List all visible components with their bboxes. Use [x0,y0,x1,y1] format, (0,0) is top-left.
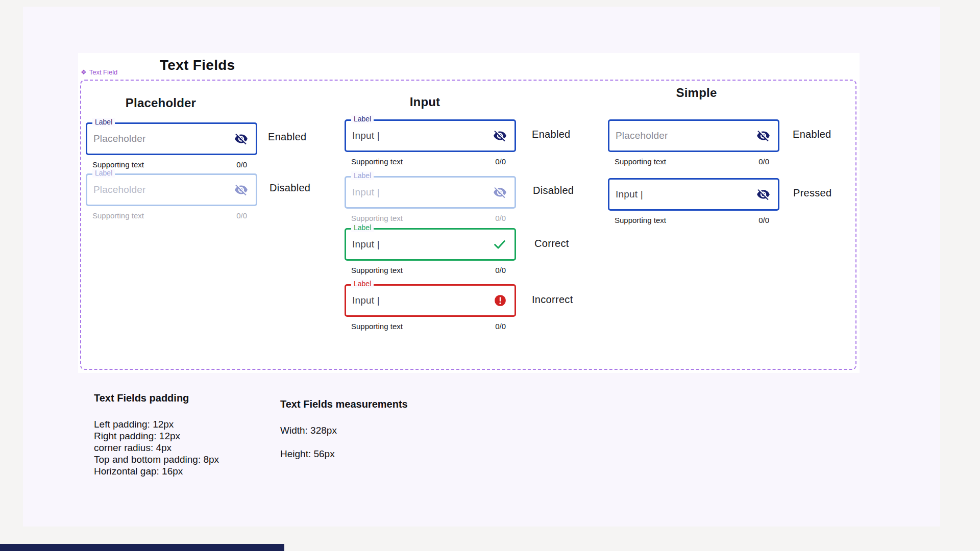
supporting-text: Supporting text [615,216,666,224]
padding-note-line: Right padding: 12px [94,430,219,442]
column-header-simple: Simple [649,86,744,100]
page-title: Text Fields [160,57,235,73]
field-value: Input | [346,295,380,306]
text-field-box[interactable]: Placeholder [608,119,779,152]
field-label: Label [351,223,374,232]
char-counter: 0/0 [495,266,506,274]
text-field-box: Label Placeholder [86,173,257,206]
field-value: Placeholder [87,184,146,195]
bottom-window-edge [0,544,284,551]
padding-notes-heading: Text Fields padding [94,392,189,404]
text-field-input-disabled[interactable]: Label Input | Supporting text 0/0 [345,176,516,222]
char-counter: 0/0 [758,216,769,224]
component-set-tag[interactable]: ❖ Text Field [81,68,117,76]
char-counter: 0/0 [236,160,247,169]
state-label-pressed: Pressed [793,187,831,199]
text-field-placeholder-disabled[interactable]: Label Placeholder Supporting text 0/0 [86,173,257,220]
state-label-disabled: Disabled [533,185,574,196]
state-label-enabled: Enabled [268,131,307,143]
field-value: Placeholder [609,130,668,141]
error-icon [494,294,507,307]
field-label: Label [351,280,374,288]
column-header-placeholder: Placeholder [110,96,212,110]
supporting-text: Supporting text [351,322,403,331]
supporting-text: Supporting text [92,211,144,220]
field-label: Label [92,169,115,178]
eye-off-icon [493,186,507,199]
state-label-enabled: Enabled [793,129,831,140]
char-counter: 0/0 [758,157,769,166]
text-field-simple-enabled[interactable]: Placeholder Supporting text 0/0 [608,119,779,166]
text-field-box[interactable]: Input | [608,178,779,211]
text-field-simple-pressed[interactable]: Input | Supporting text 0/0 [608,178,779,224]
eye-off-icon[interactable] [756,188,770,202]
padding-note-line: Left padding: 12px [94,418,219,430]
field-value: Input | [346,130,380,141]
text-field-box[interactable]: Label Input | [345,228,516,261]
state-label-correct: Correct [534,238,569,249]
text-field-placeholder-enabled[interactable]: Label Placeholder Supporting text 0/0 [86,122,257,169]
supporting-text: Supporting text [92,160,144,169]
field-value: Input | [346,187,380,198]
char-counter: 0/0 [495,214,506,222]
supporting-text: Supporting text [615,157,666,166]
field-value: Input | [609,189,643,200]
char-counter: 0/0 [495,322,506,331]
measurements-body: Width: 328px Height: 56px [280,424,337,471]
component-tag-label: Text Field [89,68,118,76]
eye-off-icon[interactable] [234,132,248,146]
eye-off-icon[interactable] [493,129,507,143]
field-label: Label [92,118,115,127]
text-field-box: Label Input | [345,176,516,209]
char-counter: 0/0 [495,157,506,166]
state-label-disabled: Disabled [270,182,310,194]
state-label-enabled: Enabled [532,129,571,140]
field-label: Label [351,171,374,180]
column-header-input: Input [378,95,472,109]
figma-canvas: Text Fields ❖ Text Field Placeholder Inp… [0,0,980,551]
check-icon [493,237,507,252]
padding-notes-body: Left padding: 12px Right padding: 12px c… [94,418,219,477]
text-field-box[interactable]: Label Placeholder [86,122,257,155]
padding-note-line: corner radius: 4px [94,442,219,454]
measurements-heading: Text Fields measurements [280,398,408,410]
field-value: Placeholder [87,133,146,144]
measurement-line: Width: 328px [280,424,337,436]
text-field-box[interactable]: Label Input | [345,284,516,317]
padding-note-line: Top and bottom padding: 8px [94,454,219,465]
eye-off-icon [234,183,248,197]
supporting-text: Supporting text [351,214,403,222]
text-field-input-correct[interactable]: Label Input | Supporting text 0/0 [345,228,516,274]
field-value: Input | [346,239,380,250]
text-field-box[interactable]: Label Input | [345,119,516,152]
component-icon: ❖ [81,68,87,76]
supporting-text: Supporting text [351,266,403,274]
measurement-line: Height: 56px [280,448,337,460]
supporting-text: Supporting text [351,157,403,166]
char-counter: 0/0 [236,211,247,220]
padding-note-line: Horizontal gap: 16px [94,465,219,477]
text-field-input-enabled[interactable]: Label Input | Supporting text 0/0 [345,119,516,166]
text-field-input-incorrect[interactable]: Label Input | Supporting text 0/0 [345,284,516,331]
field-label: Label [351,115,374,123]
state-label-incorrect: Incorrect [532,294,573,306]
eye-off-icon[interactable] [756,129,770,143]
